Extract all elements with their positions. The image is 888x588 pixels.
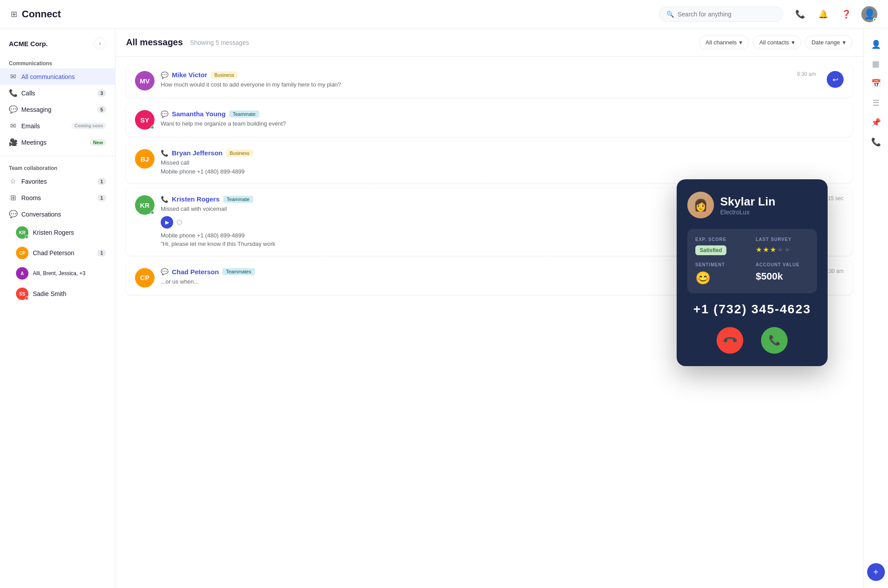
empty-stars: ★★ [777, 246, 791, 253]
meetings-label: Meetings [21, 139, 85, 146]
sender-badge: Teammate [223, 196, 253, 203]
messages-count: Showing 5 messages [190, 39, 249, 46]
communications-section-title: Communications [0, 57, 115, 68]
caller-stats: EXP. SCORE Satisfied LAST SURVEY ★★★★★ S… [687, 229, 817, 293]
message-type-icon: 📞 [161, 196, 168, 203]
all-comms-icon: ✉ [9, 72, 17, 81]
sidebar-item-meetings[interactable]: 🎥 Meetings New [0, 134, 115, 150]
help-icon-btn[interactable]: ❓ [838, 6, 854, 22]
reply-btn[interactable]: ↩ [827, 71, 844, 88]
favorites-badge: 1 [97, 178, 106, 185]
message-type-icon: 💬 [161, 110, 168, 118]
last-survey-label: LAST SURVEY [756, 237, 809, 242]
sidebar-item-emails[interactable]: ✉ Emails Coming soon [0, 118, 115, 134]
all-comms-label: All communications [21, 73, 106, 80]
play-btn[interactable]: ▶ [161, 216, 173, 229]
filter-contacts-label: All contacts [759, 39, 789, 46]
phone-icon-btn[interactable]: 📞 [867, 133, 885, 151]
sidebar-item-rooms[interactable]: ⊞ Rooms 1 [0, 189, 115, 206]
message-card[interactable]: SY 💬 Samantha Young Teammate Want to hel… [126, 103, 852, 137]
accept-call-btn[interactable]: 📞 [761, 327, 788, 354]
sidebar-item-all-communications[interactable]: ✉ All communications [0, 68, 115, 85]
messaging-label: Messaging [21, 106, 93, 113]
sentiment-emoji: 😊 [695, 271, 749, 285]
avatar: CP [16, 247, 28, 259]
account-value: $500k [756, 271, 809, 282]
message-card[interactable]: BJ 📞 Bryan Jefferson Business Missed cal… [126, 142, 852, 183]
last-survey-stat: LAST SURVEY ★★★★★ [756, 237, 809, 255]
avatar: MV [135, 71, 155, 91]
list-icon-btn[interactable]: ☰ [867, 94, 885, 112]
sidebar-item-conversations[interactable]: 💬 Conversations [0, 206, 115, 222]
decline-call-btn[interactable]: 📞 [717, 327, 743, 354]
chevron-down-icon: ▾ [792, 39, 795, 46]
filter-channels-label: All channels [706, 39, 737, 46]
filter-date-btn[interactable]: Date range ▾ [805, 36, 852, 49]
contacts-icon: 👤 [871, 39, 881, 49]
sidebar-item-calls[interactable]: 📞 Calls 3 [0, 85, 115, 101]
phone-icon-btn[interactable]: 📞 [792, 6, 808, 22]
meetings-icon: 🎥 [9, 138, 17, 146]
caller-company: ElectroLux [720, 209, 775, 216]
message-content: 📞 Bryan Jefferson Business Missed call M… [161, 149, 844, 176]
sender-badge: Business [211, 71, 238, 79]
message-type-icon: 📞 [161, 150, 168, 157]
online-dot [151, 211, 154, 214]
sidebar-item-favorites[interactable]: ☆ Favorites 1 [0, 173, 115, 189]
bell-icon-btn[interactable]: 🔔 [815, 6, 831, 22]
meetings-badge: New [90, 139, 106, 146]
sender-name: Samantha Young [172, 110, 226, 118]
caller-phone: +1 (732) 345-4623 [687, 302, 817, 316]
chevron-down-icon: ▾ [739, 39, 742, 46]
user-avatar-btn[interactable]: 👤 [861, 6, 877, 22]
pin-icon: 📌 [871, 118, 881, 127]
messages-header: All messages Showing 5 messages All chan… [115, 28, 863, 57]
sidebar: ACME Corp. ‹ Communications ✉ All commun… [0, 28, 115, 588]
status-dot [25, 296, 28, 300]
calendar-icon-btn[interactable]: 📅 [867, 75, 885, 92]
call-actions: 📞 📞 [687, 327, 817, 354]
list-icon: ☰ [872, 98, 880, 108]
message-text: Missed call [161, 158, 844, 167]
avatar: KR [135, 195, 155, 215]
avatar: A [16, 267, 28, 280]
decline-icon: 📞 [722, 332, 738, 348]
sidebar-item-messaging[interactable]: 💬 Messaging 5 [0, 101, 115, 118]
circle-btn [177, 220, 182, 225]
favorites-label: Favorites [21, 178, 93, 185]
message-text: How much would it cost to add everyone i… [161, 80, 791, 89]
calendar-icon: 📅 [871, 79, 881, 88]
list-item[interactable]: A Alli, Brent, Jessica, +3 [0, 263, 115, 284]
conversation-badge: 1 [97, 249, 106, 257]
rooms-label: Rooms [21, 194, 93, 201]
caller-avatar: 👩 [687, 192, 714, 218]
sender-badge: Teammate [229, 110, 259, 118]
sender-name: Bryan Jefferson [172, 149, 222, 157]
sender-name: Chad Peterson [172, 268, 219, 276]
message-content: 💬 Mike Victor Business How much would it… [161, 71, 791, 89]
conversations-label: Conversations [21, 211, 106, 218]
message-card[interactable]: MV 💬 Mike Victor Business How much would… [126, 64, 852, 98]
avatar: CP [135, 268, 155, 288]
contacts-icon-btn[interactable]: 👤 [867, 36, 885, 53]
list-item[interactable]: CP Chad Peterson 1 [0, 243, 115, 263]
online-indicator [873, 18, 876, 21]
search-input[interactable] [678, 11, 776, 18]
filter-channels-btn[interactable]: All channels ▾ [699, 36, 749, 49]
message-time: 15 sec [828, 195, 844, 201]
pin-icon-btn[interactable]: 📌 [867, 114, 885, 131]
phone-icon: 📞 [871, 137, 881, 147]
sender-badge: Business [226, 150, 253, 157]
sentiment-label: SENTIMENT [695, 262, 749, 267]
sentiment-stat: SENTIMENT 😊 [695, 262, 749, 285]
filter-contacts-btn[interactable]: All contacts ▾ [753, 36, 801, 49]
exp-score-label: EXP. SCORE [695, 237, 749, 242]
list-item[interactable]: KR Kristen Rogers [0, 222, 115, 243]
conversation-name: Alli, Brent, Jessica, +3 [33, 270, 106, 276]
grid-icon-btn[interactable]: ▦ [867, 55, 885, 73]
sidebar-collapse-btn[interactable]: ‹ [94, 37, 106, 50]
add-btn[interactable]: + [867, 563, 885, 581]
search-bar[interactable]: 🔍 [659, 7, 783, 22]
sender-badge: Teammates [222, 268, 255, 275]
list-item[interactable]: SS Sadie Smith [0, 284, 115, 304]
